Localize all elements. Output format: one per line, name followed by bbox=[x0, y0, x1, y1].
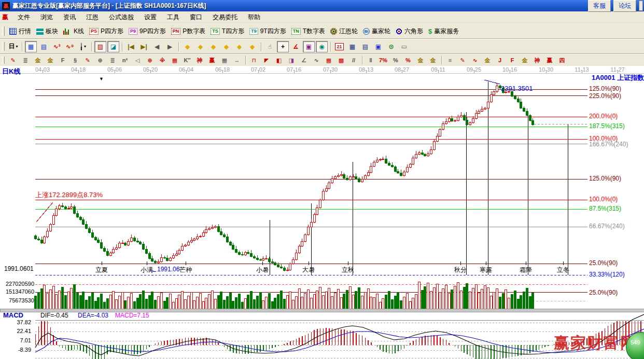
tool-calendar-grid[interactable]: ▦ bbox=[219, 56, 230, 65]
tool-goto-first[interactable]: |◀ bbox=[125, 41, 137, 52]
tool-gann-diamond-right[interactable]: ◆ bbox=[194, 41, 206, 52]
tool-circle-comb[interactable]: ⊕ bbox=[94, 56, 106, 65]
menu-item-9[interactable]: 帮助 bbox=[243, 12, 265, 23]
tool-print[interactable]: ▭ bbox=[398, 41, 410, 52]
menu-item-2[interactable]: 资讯 bbox=[58, 12, 81, 23]
toolbar-button-quotes[interactable]: 行情 bbox=[7, 25, 34, 37]
tool-fibo-comb[interactable]: F bbox=[57, 56, 68, 65]
tool-gann-diamond-h[interactable]: ◆ bbox=[207, 41, 219, 52]
tool-target-cross[interactable]: ⊕ bbox=[144, 56, 156, 65]
menu-item-6[interactable]: 工具 bbox=[162, 12, 185, 23]
tool-f-slope[interactable]: F bbox=[507, 56, 518, 65]
tool-comb-plain[interactable]: ≣ bbox=[107, 56, 118, 65]
tool-slash-lines[interactable]: // bbox=[348, 56, 359, 65]
tool-percent-plain[interactable]: % bbox=[390, 56, 401, 65]
tool-j-slope[interactable]: J bbox=[494, 56, 506, 65]
tool-save[interactable]: ▣ bbox=[372, 41, 384, 52]
tool-info-panel[interactable]: ▤ bbox=[38, 41, 50, 52]
tool-span-arrows[interactable]: ↔ bbox=[231, 56, 243, 65]
tool-period-day-dropdown[interactable]: 日▾ bbox=[7, 41, 19, 52]
toolbar-button-p-number-table[interactable]: PNP数字表 bbox=[169, 25, 208, 37]
tool-gold-slope-2[interactable]: 金 bbox=[519, 56, 530, 65]
tool-wave-3[interactable]: ∿³ bbox=[51, 41, 63, 52]
tool-star-circle[interactable]: ※ bbox=[157, 56, 168, 65]
tool-ying-slope[interactable]: 赢 bbox=[544, 56, 555, 65]
titlebar-button-partial[interactable] bbox=[639, 1, 643, 11]
menu-item-7[interactable]: 窗口 bbox=[185, 12, 207, 23]
toolbar-button-hexagon[interactable]: 六角形 bbox=[393, 25, 426, 37]
tool-grid-red-2[interactable]: ▩ bbox=[335, 56, 347, 65]
tool-gann-diamond-left[interactable]: ◆ bbox=[181, 41, 193, 52]
tool-spiral-tool[interactable]: § bbox=[69, 56, 81, 65]
toolbar-button-p-square[interactable]: PSP四方形 bbox=[87, 25, 126, 37]
tool-gann-diamond-x[interactable]: ◆ bbox=[220, 41, 232, 52]
toolbar-grip[interactable] bbox=[2, 42, 5, 51]
tool-refresh-data[interactable]: ⊙ bbox=[385, 41, 397, 52]
tool-grid-circle[interactable]: ▦ bbox=[169, 56, 180, 65]
menu-item-8[interactable]: 交易委托 bbox=[207, 12, 243, 23]
tool-gann-comb[interactable]: ≣ bbox=[20, 56, 31, 65]
tool-ruler-comb[interactable]: ≡ bbox=[444, 56, 456, 65]
tool-av-wave[interactable]: ∿ bbox=[469, 56, 481, 65]
tool-distribution-tool[interactable]: ◪ bbox=[107, 41, 119, 52]
tool-calculator[interactable]: ▦ bbox=[346, 41, 358, 52]
menu-item-4[interactable]: 公式选股 bbox=[104, 12, 139, 23]
tool-k-prime[interactable]: K″ bbox=[181, 56, 193, 65]
tool-gold-circle[interactable]: 金 bbox=[415, 56, 426, 65]
titlebar-button-luntan[interactable]: 论坛 bbox=[613, 0, 636, 12]
macd-pane-title[interactable]: MACD bbox=[3, 312, 23, 319]
tool-draw-pen[interactable]: ✎ bbox=[7, 56, 19, 65]
tool-ying-tool[interactable]: 赢 bbox=[206, 56, 218, 65]
menu-item-1[interactable]: 浏览 bbox=[35, 12, 58, 23]
tool-shen-slope[interactable]: 神 bbox=[531, 56, 543, 65]
toolbar-button-t-number-table[interactable]: TNT数字表 bbox=[289, 25, 328, 37]
tool-gann-diamond-plus[interactable]: ◆ bbox=[233, 41, 245, 52]
tool-gold-comb-2[interactable]: 金 bbox=[45, 56, 56, 65]
toolbar-button-p9-square[interactable]: P99P四方形 bbox=[126, 25, 169, 37]
tool-step-back[interactable]: ◀ bbox=[151, 41, 163, 52]
tool-angle-measure[interactable]: ∡ bbox=[290, 41, 302, 52]
menu-item-0[interactable]: 文件 bbox=[12, 12, 35, 23]
tool-gold-comb-1[interactable]: 金 bbox=[32, 56, 44, 65]
tool-gold-slope[interactable]: 金 bbox=[482, 56, 493, 65]
toolbar-grip[interactable] bbox=[2, 26, 5, 36]
tool-gann-diamond-star[interactable]: ◆ bbox=[246, 41, 258, 52]
toolbar-grip[interactable] bbox=[2, 57, 5, 64]
toolbar-button-winner-wheel[interactable]: Bi赢家轮 bbox=[360, 25, 393, 37]
period-label[interactable]: 日K线 bbox=[2, 68, 20, 75]
tool-pan-hand[interactable]: ☝ bbox=[264, 41, 276, 52]
tool-wave-9[interactable]: ∿⁹ bbox=[64, 41, 76, 52]
tool-angle-tool[interactable]: ◁ bbox=[132, 56, 143, 65]
tool-zigzag-tool[interactable]: ∿ bbox=[311, 56, 322, 65]
tool-calendar[interactable]: 21 bbox=[333, 41, 345, 52]
tool-fan-lines[interactable]: ◤ bbox=[261, 56, 272, 65]
toolbar-button-kline[interactable]: K线 bbox=[61, 25, 87, 37]
tool-percent-angle[interactable]: 7% bbox=[377, 56, 389, 65]
tool-si-slope[interactable]: 四 bbox=[556, 56, 568, 65]
toolbar-button-sectors[interactable]: 板块 bbox=[34, 25, 61, 37]
tool-fan-box-2[interactable]: ◨ bbox=[286, 56, 297, 65]
tool-multi-chart[interactable]: ▦ bbox=[25, 41, 37, 52]
tool-gold-line[interactable]: 金 bbox=[427, 56, 439, 65]
tool-crosshair[interactable]: + bbox=[277, 41, 289, 52]
tool-fan-box-1[interactable]: ◧ bbox=[273, 56, 285, 65]
tool-scale-comb[interactable]: ‖ bbox=[365, 56, 376, 65]
toolbar-button-t-square[interactable]: TST四方形 bbox=[208, 25, 247, 37]
tool-n-square[interactable]: n² bbox=[119, 56, 131, 65]
toolbar-button-gann-wheel[interactable]: 江恩轮 bbox=[328, 25, 360, 37]
tool-rect-tool[interactable]: ⊓ bbox=[248, 56, 260, 65]
toolbar-button-t9-square[interactable]: T99T四方形 bbox=[247, 25, 289, 37]
tool-region-tool[interactable]: ▨ bbox=[94, 41, 106, 52]
tool-candle-type-dropdown[interactable]: ╽▾ bbox=[77, 41, 89, 52]
titlebar-button-kefu[interactable]: 客服 bbox=[588, 0, 611, 12]
tool-step-forward[interactable]: ▶ bbox=[164, 41, 176, 52]
menu-item-3[interactable]: 江恩 bbox=[81, 12, 104, 23]
tool-goto-last[interactable]: ▶| bbox=[138, 41, 150, 52]
tool-memo[interactable]: ▤ bbox=[359, 41, 371, 52]
tool-percent-line[interactable]: % bbox=[402, 56, 414, 65]
tool-gann-box[interactable]: ▣ bbox=[303, 41, 315, 52]
menu-item-5[interactable]: 设置 bbox=[139, 12, 162, 23]
tool-angle-lines[interactable]: ∠ bbox=[298, 56, 310, 65]
tool-draw-pen-2[interactable]: ✎ bbox=[82, 56, 93, 65]
tool-wave-pen[interactable]: ✎ bbox=[457, 56, 468, 65]
